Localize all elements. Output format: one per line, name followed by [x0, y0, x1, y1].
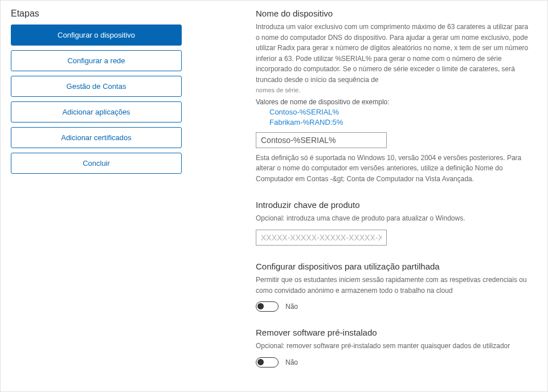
section-device-name: Nome do dispositivo Introduza um valor e…: [256, 9, 531, 184]
remove-software-title: Remover software pré-instalado: [256, 328, 531, 337]
remove-software-description: Opcional: remover software pré-instalado…: [256, 341, 531, 352]
product-key-input[interactable]: [256, 230, 387, 246]
step-finish[interactable]: Concluir: [11, 153, 182, 174]
step-account-management[interactable]: Gestão de Contas: [11, 76, 182, 97]
device-name-description: Introduza um valor exclusivo com um comp…: [256, 22, 531, 85]
product-key-description: Opcional: introduza uma chave de produto…: [256, 213, 531, 224]
remove-software-toggle-row: Não: [256, 357, 531, 368]
device-name-example-1: Contoso-%SERIAL%: [269, 108, 531, 116]
remove-software-toggle[interactable]: [256, 357, 279, 368]
device-name-example-label: Valores de nome de dispositivo de exempl…: [256, 98, 531, 106]
remove-software-toggle-label: Não: [285, 358, 298, 366]
step-add-applications[interactable]: Adicionar aplicações: [11, 101, 182, 122]
shared-use-title: Configurar dispositivos para utilização …: [256, 262, 531, 271]
step-configure-device[interactable]: Configurar o dispositivo: [11, 24, 182, 46]
product-key-title: Introduzir chave de produto: [256, 200, 531, 210]
device-name-note: Esta definição só é suportada no Windows…: [256, 153, 531, 185]
toggle-knob-icon: [257, 359, 264, 365]
section-product-key: Introduzir chave de produto Opcional: in…: [256, 200, 531, 246]
section-remove-software: Remover software pré-instalado Opcional:…: [256, 328, 531, 368]
content-area: Nome do dispositivo Introduza um valor e…: [182, 9, 537, 383]
shared-use-toggle[interactable]: [256, 301, 279, 312]
step-configure-network[interactable]: Configurar a rede: [11, 50, 182, 71]
shared-use-toggle-label: Não: [285, 303, 298, 311]
sidebar: Etapas Configurar o dispositivo Configur…: [11, 9, 182, 383]
device-name-title: Nome do dispositivo: [256, 9, 531, 18]
shared-use-description: Permitir que os estudantes iniciem sessã…: [256, 275, 531, 296]
device-name-input[interactable]: [256, 132, 387, 148]
section-shared-use: Configurar dispositivos para utilização …: [256, 262, 531, 312]
step-add-certificates[interactable]: Adicionar certificados: [11, 127, 182, 148]
shared-use-toggle-row: Não: [256, 301, 531, 312]
sidebar-title: Etapas: [11, 9, 182, 19]
serial-names-link: nomes de série.: [256, 87, 531, 93]
toggle-knob-icon: [257, 303, 264, 309]
device-name-example-2: Fabrikam-%RAND:5%: [269, 118, 531, 126]
